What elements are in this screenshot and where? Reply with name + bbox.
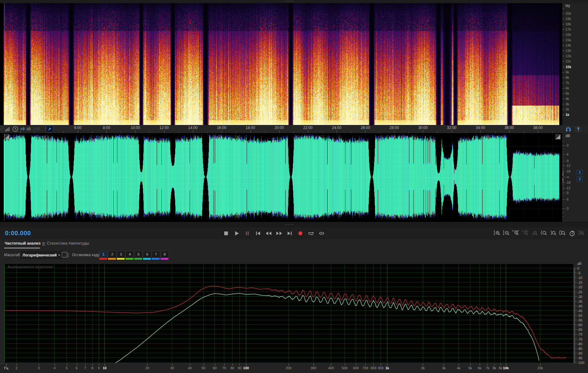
hz-tick-label: 19k [566,17,571,21]
scale-select[interactable]: Логарифмический ▼ [20,251,63,259]
time-tick [294,132,294,133]
fast-forward-button[interactable] [275,229,284,238]
spectral-display[interactable] [0,3,562,125]
tab-amplitude-statistics[interactable]: Статистика Амплитуды [47,241,89,246]
frame-hold-8-button[interactable]: 8 [161,251,169,258]
ruler-toolbar: +0 dB 2:00 [0,125,53,133]
zoom-in-time-button[interactable] [511,229,520,238]
db-unit-label: dB [566,134,570,138]
skip-to-end-button[interactable] [285,229,294,238]
grip-icon[interactable] [285,224,293,225]
pin-button[interactable] [574,125,582,133]
frequency-graph[interactable]: Анализированое выделение [4,264,573,363]
db-tick-label: -∞ [566,175,569,179]
channel-1-badge[interactable]: 1 [577,170,583,175]
graph-freq-label: 100 [243,366,249,370]
pause-button[interactable] [243,229,252,238]
graph-freq-label: 300 [311,366,316,370]
marker-arrow-icon [48,127,52,131]
frame-hold-5-button[interactable]: 5 [134,251,143,258]
time-tick [495,132,495,133]
time-label: 16:00 [217,126,226,130]
frequency-graph-plot [4,264,573,363]
zoom-out-full-button[interactable] [530,229,539,238]
zoom-in-left-edge-button[interactable] [540,229,548,238]
frame-hold-3-button[interactable]: 3 [117,251,125,258]
time-label: 12:00 [159,126,169,130]
monitor-button[interactable] [564,125,572,133]
time-tick [63,132,64,133]
marker-arrow-button[interactable] [46,126,53,132]
rewind-button[interactable] [264,229,273,238]
graph-db-label: -50 [577,314,582,317]
zoom-reset-button[interactable] [577,229,586,238]
grip-icon[interactable] [285,1,293,2]
graph-freq-label: 9 [98,366,100,370]
frame-hold-1-button[interactable]: 1 [99,251,108,258]
time-tick [538,130,538,133]
active-tab-underline [4,248,40,248]
channel-2-badge[interactable]: 2 [577,177,583,182]
graph-freq-label: 5 [66,366,68,370]
time-tick [394,130,394,133]
time-label: 26:00 [361,126,370,130]
time-display[interactable]: 0:00.000 [5,230,31,237]
stop-button[interactable] [222,229,230,238]
graph-freq-label: 9k [499,366,502,370]
graph-freq-label: 50 [201,366,205,370]
grip-icon[interactable] [1,127,3,132]
frame-hold-6-button[interactable]: 6 [143,251,151,258]
graph-freq-label: 7 [84,366,86,370]
frame-hold-2-button[interactable]: 2 [108,251,116,258]
zoom-to-selection-button[interactable] [558,229,567,238]
zoom-in-right-edge-button[interactable] [549,229,558,238]
db-tick-label: -6 [566,198,569,201]
frequency-scale: Hz 20k19k18k17k16k15k14k13k12k11k10k9k8k… [562,3,588,125]
db-tick-label: -12 [566,164,571,167]
levels-icon[interactable] [5,127,10,132]
time-ruler[interactable]: 4:006:008:0010:0012:0014:0016:0018:0020:… [0,125,588,133]
loop-playback-button[interactable] [307,229,315,238]
time-label: 24:00 [332,126,341,130]
time-label: 14:00 [188,126,198,130]
clock-icon[interactable] [12,126,18,132]
playhead-line[interactable] [4,3,4,125]
graph-db-ruler: дБ 0-5-10-15-20-25-30-35-40-45-50-55-60-… [573,262,588,366]
edit-corner-icon[interactable] [556,134,561,139]
zoom-in-amplitude-button[interactable] [493,229,502,238]
waveform-canvas[interactable] [4,134,562,220]
time-tick [408,132,409,133]
db-tick-label: -9 [566,159,569,163]
panel-menu-icon[interactable]: ☰ [42,242,45,246]
hz-tick-label: 11k [566,60,571,63]
frame-hold-4-button[interactable]: 4 [126,251,134,258]
play-button[interactable] [232,229,241,238]
record-button[interactable] [296,229,305,238]
time-tick [509,130,510,133]
zoom-out-time-button[interactable] [521,229,530,238]
copy-frame-icon[interactable] [62,252,67,257]
skip-to-start-button[interactable] [254,229,262,238]
graph-db-label: -95 [577,356,582,360]
zoom-out-amplitude-button[interactable] [502,229,511,238]
graph-db-label: -90 [577,352,582,355]
tab-frequency-analysis[interactable]: Частотный анализ [5,241,41,246]
frame-hold-8-color [161,258,168,260]
timer-record-button[interactable] [568,229,576,238]
graph-db-label: -45 [577,309,582,312]
waveform-display[interactable] [0,133,562,222]
edit-corner-icon[interactable] [4,134,9,139]
graph-db-label: -75 [577,338,582,341]
db-tick-label: -3 [566,207,569,210]
playhead-line[interactable] [4,134,4,221]
panel-drag-strip[interactable] [0,0,588,3]
hz-tick-label: 3k [566,102,569,106]
spectrogram-canvas[interactable] [4,3,562,125]
time-tick [279,130,279,133]
panel-divider[interactable] [0,222,588,228]
frame-hold-7-button[interactable]: 7 [152,251,160,258]
move-in-out-button[interactable] [317,229,326,238]
db-tick-label: -9 [566,191,569,195]
gain-value[interactable]: +0 [20,127,25,131]
time-ruler-labels[interactable]: 4:006:008:0010:0012:0014:0016:0018:0020:… [0,125,562,133]
